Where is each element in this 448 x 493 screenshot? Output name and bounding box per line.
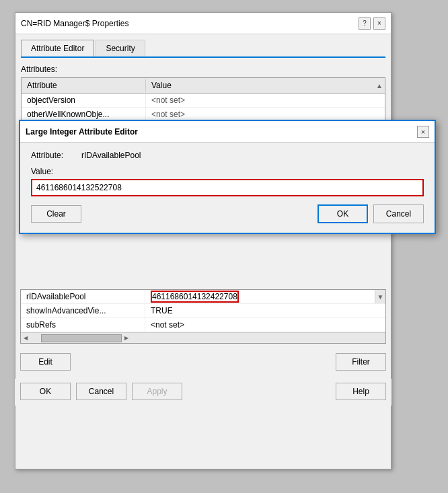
scroll-up-icon[interactable]: ▲ <box>374 79 385 91</box>
fg-titlebar: Large Integer Attribute Editor × <box>20 121 435 143</box>
scroll-thumb[interactable] <box>41 334 122 342</box>
horizontal-scrollbar[interactable]: ◀ ▶ <box>21 332 385 343</box>
scroll-left-arrow[interactable]: ◀ <box>21 335 30 341</box>
tab-attribute-editor[interactable]: Attribute Editor <box>21 40 94 56</box>
fg-value-label: Value: <box>31 167 424 176</box>
vert-scroll-area[interactable]: ▼ <box>375 290 385 303</box>
apply-button[interactable]: Apply <box>132 383 182 400</box>
filter-button[interactable]: Filter <box>336 353 386 371</box>
bottom-attr-name: showInAdvancedVie... <box>21 304 145 317</box>
ok-button[interactable]: OK <box>318 204 368 223</box>
tab-security[interactable]: Security <box>96 40 145 56</box>
large-integer-dialog: Large Integer Attribute Editor × Attribu… <box>19 120 436 234</box>
fg-content: Attribute: rIDAvailablePool Value: Clear… <box>20 143 435 233</box>
table-row[interactable]: objectVersion <not set> <box>22 93 385 108</box>
bottom-attr-name: subRefs <box>21 318 145 332</box>
highlighted-value: 4611686014132422708 <box>151 291 239 303</box>
fg-close-button[interactable]: × <box>417 126 429 138</box>
cancel-button[interactable]: Cancel <box>373 204 424 223</box>
bottom-attributes-section: rIDAvailablePool 4611686014132422708 ▼ s… <box>15 289 391 406</box>
col-value-header: Value <box>146 79 374 91</box>
col-attribute-header: Attribute <box>22 79 146 91</box>
table-row[interactable]: rIDAvailablePool 4611686014132422708 ▼ <box>21 290 385 304</box>
properties-title: CN=RID Manager$ Properties <box>21 19 128 28</box>
fg-attribute-row: Attribute: rIDAvailablePool <box>31 151 424 160</box>
bottom-attr-table: rIDAvailablePool 4611686014132422708 ▼ s… <box>20 289 386 344</box>
scroll-right-arrow[interactable]: ▶ <box>122 335 131 341</box>
bottom-attr-value: TRUE <box>145 304 385 317</box>
help-button-bottom[interactable]: Help <box>336 383 386 400</box>
properties-titlebar: CN=RID Manager$ Properties ? × <box>15 13 391 34</box>
fg-button-row: Clear OK Cancel <box>31 204 424 223</box>
fg-attribute-label: Attribute: <box>31 151 81 160</box>
bottom-action-row: OK Cancel Apply Help <box>15 379 391 406</box>
bottom-ok-button[interactable]: OK <box>20 383 71 400</box>
attr-name-cell: objectVersion <box>22 93 146 107</box>
fg-title: Large Integer Attribute Editor <box>26 127 138 137</box>
bottom-left-btn-group: OK Cancel Apply <box>20 383 182 400</box>
tab-bar: Attribute Editor Security <box>21 40 385 58</box>
fg-value-input-wrap <box>31 179 424 196</box>
attr-value-cell: <not set> <box>146 108 385 121</box>
fg-value-input[interactable] <box>32 180 422 195</box>
help-button[interactable]: ? <box>359 17 371 30</box>
table-header-row: Attribute Value ▲ <box>22 78 385 93</box>
table-row[interactable]: showInAdvancedVie... TRUE <box>21 304 385 318</box>
attr-value-cell: <not set> <box>146 93 385 107</box>
fg-attribute-name: rIDAvailablePool <box>81 151 141 160</box>
bottom-attr-value: <not set> <box>145 318 385 332</box>
attr-name-cell: otherWellKnownObje... <box>22 108 146 121</box>
bottom-attr-name: rIDAvailablePool <box>21 290 145 303</box>
edit-filter-row: Edit Filter <box>15 349 391 375</box>
table-row[interactable]: subRefs <not set> <box>21 318 385 332</box>
bottom-cancel-button[interactable]: Cancel <box>76 383 126 400</box>
attributes-section-label: Attributes: <box>21 65 385 74</box>
titlebar-controls: ? × <box>359 17 385 30</box>
clear-button[interactable]: Clear <box>31 205 81 223</box>
bottom-attr-value: 4611686014132422708 <box>145 290 375 303</box>
edit-button[interactable]: Edit <box>20 353 71 371</box>
close-button[interactable]: × <box>373 17 385 30</box>
fg-ok-cancel-group: OK Cancel <box>318 204 424 223</box>
